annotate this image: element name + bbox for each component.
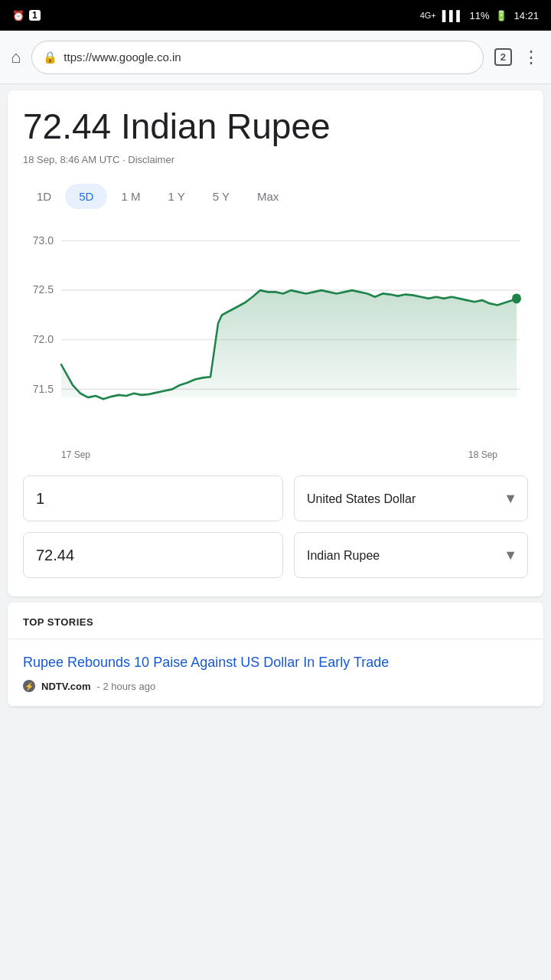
tab-1y[interactable]: 1 Y	[154, 184, 198, 209]
chart-x-labels: 17 Sep 18 Sep	[23, 446, 528, 460]
time-tabs: 1D 5D 1 M 1 Y 5 Y Max	[23, 184, 528, 209]
url-bar[interactable]: 🔒 ttps://www.google.co.in	[31, 41, 483, 74]
svg-point-8	[512, 294, 521, 304]
notification-icon: 1	[29, 10, 41, 21]
to-currency-wrapper: Indian Rupee Euro British Pound Japanese…	[294, 532, 528, 578]
url-text: ttps://www.google.co.in	[64, 51, 181, 64]
network-type: 4G+	[420, 11, 436, 20]
story-item: Rupee Rebounds 10 Paise Against US Dolla…	[8, 639, 543, 707]
tab-5d[interactable]: 5D	[65, 184, 107, 209]
tab-5y[interactable]: 5 Y	[199, 184, 243, 209]
status-bar: ⏰ 1 4G+ ▌▌▌ 11% 🔋 14:21	[0, 0, 551, 31]
battery-percent: 11%	[469, 10, 489, 21]
tab-1d[interactable]: 1D	[23, 184, 65, 209]
menu-icon[interactable]: ⋮	[523, 47, 540, 67]
converter-row-to: Indian Rupee Euro British Pound Japanese…	[23, 532, 528, 578]
rate-heading: 72.44 Indian Rupee	[23, 106, 528, 148]
top-stories-heading: TOP STORIES	[8, 603, 543, 639]
story-meta: ⚡ NDTV.com - 2 hours ago	[23, 680, 528, 692]
x-label-17sep: 17 Sep	[61, 449, 90, 460]
story-source-icon: ⚡	[23, 680, 35, 692]
story-time: - 2 hours ago	[97, 681, 156, 692]
svg-text:72.5: 72.5	[33, 283, 54, 296]
home-icon[interactable]: ⌂	[11, 47, 21, 67]
tab-max[interactable]: Max	[243, 184, 292, 209]
browser-bar: ⌂ 🔒 ttps://www.google.co.in 2 ⋮	[0, 31, 551, 84]
battery-icon: 🔋	[495, 10, 507, 21]
svg-text:71.5: 71.5	[33, 382, 54, 395]
currency-card: 72.44 Indian Rupee 18 Sep, 8:46 AM UTC ·…	[8, 90, 543, 596]
tab-1m[interactable]: 1 M	[107, 184, 154, 209]
top-stories-section: TOP STORIES Rupee Rebounds 10 Paise Agai…	[8, 603, 543, 707]
from-currency-wrapper: United States Dollar Euro British Pound …	[294, 475, 528, 521]
story-source-name: NDTV.com	[41, 681, 91, 692]
chart-area: 73.0 72.5 72.0 71.5	[23, 224, 528, 439]
timestamp: 18 Sep, 8:46 AM UTC · Disclaimer	[23, 154, 528, 165]
alarm-icon: ⏰	[12, 10, 24, 21]
chart-svg: 73.0 72.5 72.0 71.5	[23, 224, 528, 439]
to-currency-select[interactable]: Indian Rupee Euro British Pound Japanese…	[294, 532, 528, 578]
status-icons: ⏰ 1	[12, 10, 41, 21]
clock: 14:21	[514, 10, 539, 21]
svg-text:72.0: 72.0	[33, 333, 54, 346]
converter-row-from: United States Dollar Euro British Pound …	[23, 475, 528, 521]
story-title-link[interactable]: Rupee Rebounds 10 Paise Against US Dolla…	[23, 653, 528, 672]
to-amount-input[interactable]	[23, 532, 283, 578]
tab-count[interactable]: 2	[494, 48, 512, 66]
from-currency-select[interactable]: United States Dollar Euro British Pound …	[294, 475, 528, 521]
svg-text:73.0: 73.0	[33, 234, 54, 247]
lock-icon: 🔒	[43, 51, 57, 64]
from-amount-input[interactable]	[23, 475, 283, 521]
x-label-18sep: 18 Sep	[468, 449, 497, 460]
signal-icon: ▌▌▌	[442, 10, 464, 21]
currency-converter: United States Dollar Euro British Pound …	[23, 475, 528, 578]
